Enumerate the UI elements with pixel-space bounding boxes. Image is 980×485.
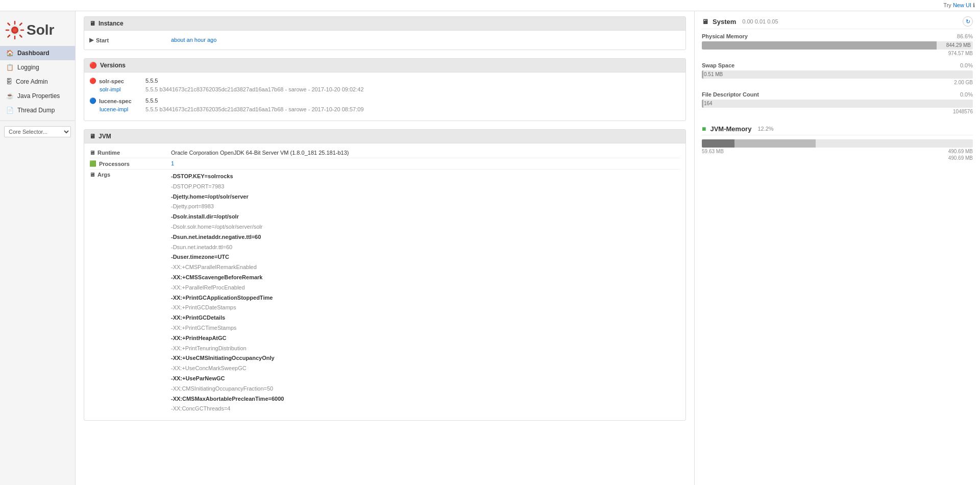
file-descriptor-fill	[702, 100, 703, 108]
svg-line-8	[8, 35, 10, 37]
runtime-label: 🖥 Runtime	[89, 150, 171, 156]
physical-memory-header: Physical Memory 86.6%	[702, 33, 973, 39]
jvm-arg: -XX:CMSInitiatingOccupancyFraction=50	[171, 384, 680, 394]
nav-divider	[0, 120, 75, 121]
versions-icon: 🔴	[89, 62, 97, 69]
jvm-arg: -XX:ConcGCThreads=4	[171, 404, 680, 414]
physical-memory-label: Physical Memory	[702, 33, 748, 39]
file-descriptor-bar: 164	[702, 100, 973, 108]
jvm-memory-metric: 59.63 MB 490.69 MB 490.69 MB	[702, 139, 973, 161]
sidebar-item-label: Logging	[17, 64, 39, 71]
args-icon: 🖥	[89, 172, 95, 178]
jvm-arg: -DSTOP.KEY=solrrocks	[171, 172, 680, 182]
versions-body: 🔴 solr-spec 5.5.5 solr-impl 5.5.5 b34416…	[84, 72, 685, 120]
jvm-arg: -Dsolr.install.dir=/opt/solr	[171, 212, 680, 222]
jvm-memory-section: ■ JVM-Memory 12.2% 59.63 MB 490.69 MB 49…	[702, 125, 973, 161]
sidebar-item-core-admin[interactable]: 🗄 Core Admin	[0, 75, 75, 89]
versions-title: Versions	[100, 62, 126, 69]
jvm-arg: -XX:+UseConcMarkSweepGC	[171, 363, 680, 374]
jvm-arg: -XX:+PrintGCTimeStamps	[171, 323, 680, 333]
jvm-arg: -XX:+CMSScavengeBeforeRemark	[171, 273, 680, 283]
logo: Solr	[0, 16, 75, 46]
args-label: 🖥 Args	[89, 172, 171, 178]
sidebar-item-java-properties[interactable]: ☕ Java Properties	[0, 89, 75, 103]
processors-row: 🟩 Processors 1	[89, 158, 680, 169]
start-label: ▶ Start	[89, 37, 171, 43]
processors-value: 1	[171, 160, 680, 166]
sidebar-item-label: Core Admin	[16, 78, 48, 85]
fd-left-label: 164	[704, 100, 713, 108]
jvm-arg: -XX:+PrintGCDateStamps	[171, 303, 680, 313]
file-descriptor-pct: 0.0%	[960, 91, 973, 98]
swap-space-header: Swap Space 0.0%	[702, 62, 973, 68]
jvm-arg: -Dsun.net.inetaddr.negative.ttl=60	[171, 232, 680, 243]
sidebar-item-logging[interactable]: 📋 Logging	[0, 60, 75, 75]
sidebar-item-label: Java Properties	[17, 92, 60, 100]
solr-impl-value: 5.5.5 b3441673c21c83762035dc21d3827ad16a…	[145, 86, 680, 92]
instance-icon: 🖥	[89, 20, 95, 27]
system-header: 🖥 System 0.00 0.01 0.05 ↻	[702, 16, 973, 29]
jvm-arg: -XX:CMSMaxAbortablePrecleanTime=6000	[171, 394, 680, 404]
jvm-arg: -Duser.timezone=UTC	[171, 252, 680, 262]
main-content: 🖥 Instance ▶ Start about an hour ago 🔴 V…	[76, 11, 694, 485]
solr-impl-row: solr-impl 5.5.5 b3441673c21c83762035dc21…	[89, 85, 680, 93]
logging-icon: 📋	[6, 64, 14, 71]
lucene-impl-label: lucene-impl	[89, 106, 145, 112]
physical-memory-bar: 844.29 MB	[702, 41, 973, 50]
jvm-arg: -XX:+PrintGCDetails	[171, 313, 680, 323]
swap-space-pct: 0.0%	[960, 62, 973, 68]
jvm-arg: -DSTOP.PORT=7983	[171, 182, 680, 192]
jvm-bar-committed	[734, 139, 816, 148]
instance-header: 🖥 Instance	[84, 17, 685, 31]
physical-memory-total: 974.57 MB	[702, 51, 973, 56]
lucene-impl-row: lucene-impl 5.5.5 b3441673c21c83762035dc…	[89, 105, 680, 113]
lucene-impl-value: 5.5.5 b3441673c21c83762035dc21d3827ad16a…	[145, 106, 680, 112]
jvm-arg: -XX:+PrintTenuringDistribution	[171, 344, 680, 354]
instance-body: ▶ Start about an hour ago	[84, 31, 685, 50]
solr-impl-label: solr-impl	[89, 86, 145, 92]
jvm-arg: -Djetty.port=8983	[171, 202, 680, 212]
right-panel: 🖥 System 0.00 0.01 0.05 ↻ Physical Memor…	[694, 11, 980, 485]
physical-memory-pct: 86.6%	[957, 33, 973, 39]
core-selector-container: Core Selector...	[4, 126, 71, 137]
jvm-memory-bar	[702, 139, 973, 148]
info-icon: ℹ	[973, 2, 975, 8]
physical-memory-label-right: 844.29 MB	[946, 41, 971, 50]
solr-spec-value: 5.5.5	[145, 78, 680, 84]
jvm-arg: -XX:+PrintGCApplicationStoppedTime	[171, 293, 680, 303]
java-icon: ☕	[6, 92, 14, 100]
sidebar-item-dashboard[interactable]: 🏠 Dashboard	[0, 46, 75, 60]
jvm-arg: -XX:+CMSParallelRemarkEnabled	[171, 262, 680, 273]
lucene-spec-group: 🔵 lucene-spec 5.5.5 lucene-impl 5.5.5 b3…	[89, 96, 680, 113]
sidebar-item-thread-dump[interactable]: 📄 Thread Dump	[0, 103, 75, 117]
swap-space-bar: 0.51 MB	[702, 70, 973, 79]
runtime-row: 🖥 Runtime Oracle Corporation OpenJDK 64-…	[89, 148, 680, 158]
jvm-memory-title: JVM-Memory	[710, 125, 751, 133]
jvm-arg: -XX:+ParallelRefProcEnabled	[171, 283, 680, 293]
start-value: about an hour ago	[171, 37, 680, 43]
svg-line-5	[8, 23, 10, 26]
jvm-arg: -Djetty.home=/opt/solr/server	[171, 192, 680, 202]
runtime-icon: 🖥	[89, 150, 95, 156]
file-descriptor-label: File Descriptor Count	[702, 91, 759, 98]
args-values: -DSTOP.KEY=solrrocks-DSTOP.PORT=7983-Dje…	[171, 172, 680, 414]
lucene-spec-label: 🔵 lucene-spec	[89, 98, 145, 104]
core-admin-icon: 🗄	[6, 78, 12, 85]
jvm-max-label: 490.69 MB	[948, 149, 973, 154]
jvm-bar-used	[702, 139, 734, 148]
start-row: ▶ Start about an hour ago	[89, 35, 680, 45]
svg-point-10	[13, 28, 17, 32]
jvm-memory-icon: ■	[702, 125, 706, 133]
system-refresh-button[interactable]: ↻	[963, 16, 973, 27]
new-ui-link[interactable]: New UI	[953, 2, 971, 8]
lucene-icon: 🔵	[89, 98, 96, 104]
dashboard-icon: 🏠	[6, 50, 14, 57]
physical-memory-fill	[702, 41, 937, 50]
jvm-arg: -Dsun.net.inetaddr.ttl=60	[171, 243, 680, 253]
start-icon: ▶	[89, 37, 93, 43]
core-selector[interactable]: Core Selector...	[4, 126, 71, 137]
logo-text: Solr	[27, 22, 54, 38]
system-load-nums: 0.00 0.01 0.05	[742, 18, 778, 25]
file-descriptor-metric: File Descriptor Count 0.0% 164 1048576	[702, 91, 973, 114]
jvm-memory-labels: 59.63 MB 490.69 MB	[702, 149, 973, 154]
